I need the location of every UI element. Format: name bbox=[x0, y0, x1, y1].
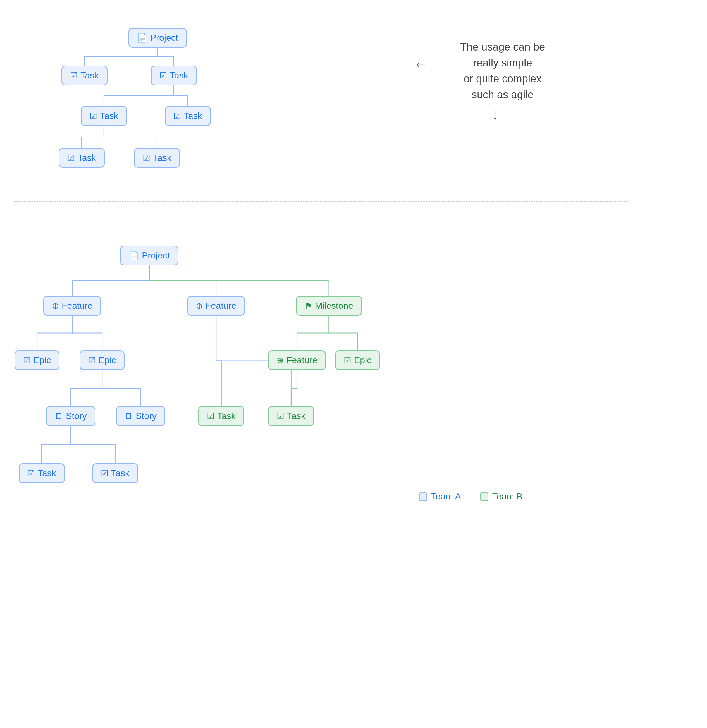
green-task-node-2: ☑ Task bbox=[268, 406, 314, 426]
task-node-6: ☑ Task bbox=[134, 148, 180, 168]
blue-task-node-1: ☑ Task bbox=[19, 464, 65, 483]
annotation-text: The usage can be really simple or quite … bbox=[433, 39, 573, 103]
feature-node-1: ⊕ Feature bbox=[43, 296, 101, 316]
feature-node-3: ⊕ Feature bbox=[268, 350, 326, 370]
story-node-1: 🗒 Story bbox=[46, 406, 95, 426]
legend-label-team-b: Team B bbox=[492, 491, 522, 502]
feature-label-1: Feature bbox=[62, 300, 93, 311]
arrow-down-icon: ↓ bbox=[492, 106, 499, 123]
epic-node-1: ☑ Epic bbox=[14, 350, 59, 370]
legend-label-team-a: Team A bbox=[431, 491, 461, 502]
blue-task-label-2: Task bbox=[111, 468, 130, 478]
task-node-4: ☑ Task bbox=[165, 106, 211, 126]
legend: Team A Team B bbox=[419, 491, 522, 502]
task-node-3: ☑ Task bbox=[81, 106, 127, 126]
epic-label-3: Epic bbox=[354, 355, 372, 365]
green-task-node-1: ☑ Task bbox=[198, 406, 244, 426]
section-divider bbox=[14, 201, 628, 202]
task-label-4: Task bbox=[184, 111, 202, 121]
epic-label-2: Epic bbox=[98, 355, 116, 365]
epic-node-2: ☑ Epic bbox=[80, 350, 124, 370]
arrow-left-icon: ← bbox=[413, 56, 428, 72]
project-node: 📄 Project bbox=[129, 28, 187, 48]
project-label-2: Project bbox=[142, 250, 170, 261]
green-task-label-1: Task bbox=[217, 411, 236, 421]
green-task-label-2: Task bbox=[287, 411, 305, 421]
feature-label-3: Feature bbox=[286, 355, 317, 365]
task-label-1: Task bbox=[80, 70, 99, 81]
story-label-2: Story bbox=[136, 411, 157, 421]
task-node-1: ☑ Task bbox=[61, 66, 107, 85]
feature-node-2: ⊕ Feature bbox=[187, 296, 245, 316]
task-label-6: Task bbox=[153, 153, 171, 163]
task-label-5: Task bbox=[78, 153, 96, 163]
project-icon: 📄 bbox=[137, 33, 147, 43]
task-label-3: Task bbox=[100, 111, 119, 121]
milestone-node: ⚑ Milestone bbox=[296, 296, 362, 316]
story-node-2: 🗒 Story bbox=[116, 406, 165, 426]
task-label-2: Task bbox=[170, 70, 188, 81]
epic-node-3: ☑ Epic bbox=[335, 350, 380, 370]
project-node-2: 📄 Project bbox=[120, 246, 178, 266]
epic-label-1: Epic bbox=[33, 355, 51, 365]
legend-dot-team-b bbox=[480, 493, 489, 501]
milestone-label: Milestone bbox=[315, 300, 353, 311]
project-label: Project bbox=[150, 33, 178, 43]
feature-label-2: Feature bbox=[205, 300, 236, 311]
story-label-1: Story bbox=[66, 411, 87, 421]
task-node-2: ☑ Task bbox=[151, 66, 197, 85]
blue-task-label-1: Task bbox=[38, 468, 56, 478]
task-node-5: ☑ Task bbox=[59, 148, 105, 168]
blue-task-node-2: ☑ Task bbox=[92, 464, 138, 483]
legend-dot-team-a bbox=[419, 493, 427, 501]
